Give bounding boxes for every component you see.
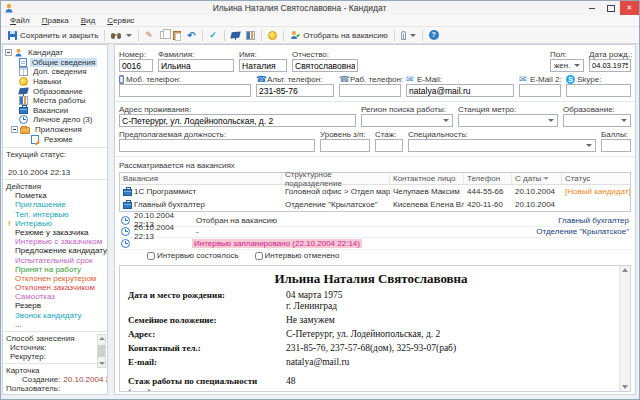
action-hired[interactable]: Принят на работу xyxy=(6,265,104,274)
close-button[interactable] xyxy=(620,1,639,15)
tree-label: Приложения xyxy=(33,125,84,134)
tree-item-extra[interactable]: Доп. сведения xyxy=(5,67,107,77)
action-rejected-by-recruiter[interactable]: Отклонен рекрутером xyxy=(6,274,104,283)
action-client-interview[interactable]: Интервью с заказчиком xyxy=(6,237,104,246)
column-status[interactable]: Статус xyxy=(562,173,630,184)
edit-button[interactable] xyxy=(142,30,157,41)
checkbox[interactable] xyxy=(255,252,263,260)
interview-checkboxes: Интервью состоялось Интервью отменено xyxy=(119,250,631,262)
minimize-button[interactable] xyxy=(582,1,601,15)
tree-item-skills[interactable]: Навыки xyxy=(5,77,107,87)
action-interview[interactable]: !Интервью xyxy=(6,219,104,228)
menu-edit[interactable]: Правка xyxy=(36,15,75,26)
action-reserve[interactable]: Резерв xyxy=(6,301,104,310)
scroll-down-icon[interactable] xyxy=(622,385,628,389)
maximize-button[interactable] xyxy=(601,1,620,15)
event-department-link[interactable]: Отделение "Крылатское" xyxy=(536,227,629,236)
gender-select[interactable]: жен. xyxy=(550,59,584,72)
save-close-button[interactable]: Сохранить и закрыть xyxy=(5,30,101,41)
firstname-field[interactable] xyxy=(239,59,287,72)
menu-file[interactable]: Файл xyxy=(4,15,36,26)
salary-field[interactable] xyxy=(320,139,370,152)
interview-cancelled-checkbox[interactable]: Интервью отменено xyxy=(255,251,340,260)
tree-label: Образование xyxy=(31,87,85,96)
action-call-candidate[interactable]: Звонок кандидату xyxy=(6,311,104,320)
specialty-select[interactable] xyxy=(408,139,596,152)
menu-service[interactable]: Сервис xyxy=(101,15,140,26)
app-body: Кандидат Общие сведения Доп. сведения На… xyxy=(1,44,639,399)
tree-item-vacancies[interactable]: Вакансии xyxy=(5,106,107,116)
menu-view[interactable]: Вид xyxy=(75,15,101,26)
help-button[interactable] xyxy=(426,29,442,41)
copy-button[interactable] xyxy=(157,30,170,40)
experience-field[interactable] xyxy=(375,139,403,152)
email2-label: E-Mail 2: xyxy=(530,75,562,84)
spellcheck-button[interactable] xyxy=(206,30,221,41)
position-field[interactable] xyxy=(119,139,315,152)
resume-scrollbar[interactable] xyxy=(619,266,630,392)
expand-icon[interactable] xyxy=(11,126,18,133)
skype-field[interactable] xyxy=(566,84,631,97)
tree-item-general[interactable]: Общие сведения xyxy=(5,58,107,68)
spellcheck-icon xyxy=(209,31,218,40)
action-invitation[interactable]: Приглашение xyxy=(6,200,104,209)
score-field[interactable] xyxy=(601,139,631,152)
tree-item-candidate[interactable]: Кандидат xyxy=(5,48,107,58)
mini-scrollbar[interactable] xyxy=(97,334,106,368)
vacancy-row[interactable]: Главный бухгалтер Отделение "Крылатское"… xyxy=(120,198,630,211)
birthdate-field[interactable] xyxy=(589,59,631,72)
column-phone[interactable]: Телефон xyxy=(464,173,512,184)
email2-field[interactable] xyxy=(519,84,561,97)
column-date[interactable]: С даты xyxy=(512,173,562,184)
tree-item-education[interactable]: Образование xyxy=(5,86,107,96)
workphone-field[interactable] xyxy=(339,84,401,97)
workplaces-button[interactable] xyxy=(243,30,258,41)
search-button[interactable] xyxy=(108,30,135,41)
column-contact[interactable]: Контактное лицо xyxy=(390,173,464,184)
checkbox[interactable] xyxy=(147,252,155,260)
action-mark[interactable]: Пометка xyxy=(6,191,104,200)
action-offer[interactable]: Предложение кандидату xyxy=(6,246,104,255)
action-phone-interview[interactable]: Тел. интервью xyxy=(6,210,104,219)
altphone-field[interactable] xyxy=(256,84,334,97)
vacancy-row[interactable]: 1С Программист Головной офис > Отдел мар… xyxy=(120,185,630,198)
attach-button[interactable] xyxy=(398,30,419,41)
action-probation[interactable]: Испытательный срок xyxy=(6,255,104,264)
action-rejected-by-client[interactable]: Отклонен заказчиком xyxy=(6,283,104,292)
undo-button[interactable] xyxy=(184,30,199,41)
action-resume-to-client[interactable]: Резюме у заказчика xyxy=(6,228,104,237)
lastname-field[interactable] xyxy=(158,59,234,72)
education-select[interactable] xyxy=(563,114,631,127)
scroll-up-icon[interactable] xyxy=(99,337,105,340)
interview-held-checkbox[interactable]: Интервью состоялось xyxy=(147,251,239,260)
region-select[interactable] xyxy=(361,114,453,127)
expand-icon[interactable] xyxy=(5,49,12,56)
tree-item-workplaces[interactable]: Места работы xyxy=(5,96,107,106)
event-vacancy-link[interactable]: Главный бухгалтер xyxy=(558,216,629,225)
scroll-up-icon[interactable] xyxy=(622,268,628,272)
address-field[interactable] xyxy=(119,114,356,127)
event-row[interactable]: 20.10.2004 22:13 - Отделение "Крылатское… xyxy=(119,227,631,239)
tree-item-personal-file[interactable]: Личное дело (3) xyxy=(5,115,107,125)
mobile-field[interactable] xyxy=(119,84,251,97)
created-value: 20.10.2004 22:12 xyxy=(63,375,108,384)
skills-button[interactable] xyxy=(265,30,280,41)
tree-item-resume[interactable]: Резюме xyxy=(5,134,107,144)
column-vacancy[interactable]: Вакансия xyxy=(120,173,282,184)
action-more[interactable]: ... xyxy=(6,320,104,329)
toolbar-separator xyxy=(422,30,423,41)
number-field[interactable] xyxy=(119,59,153,72)
metro-select[interactable] xyxy=(458,114,558,127)
column-department[interactable]: Структурное подразделение xyxy=(282,173,390,184)
education-button[interactable] xyxy=(228,30,243,41)
middlename-field[interactable] xyxy=(292,59,358,72)
event-row-scheduled[interactable]: Интервью запланировано (22.10.2004 22:14… xyxy=(119,238,631,250)
paste-button[interactable] xyxy=(170,30,184,41)
recruiter-label: Рекрутер: xyxy=(6,352,104,361)
email-field[interactable] xyxy=(406,84,514,97)
action-self-rejection[interactable]: Самоотказ xyxy=(6,292,104,301)
tree-item-attachments[interactable]: Приложения xyxy=(5,125,107,135)
scroll-thumb[interactable] xyxy=(98,345,105,357)
assign-vacancy-button[interactable]: Отобрать на вакансию xyxy=(287,29,390,41)
person-icon xyxy=(14,48,23,57)
